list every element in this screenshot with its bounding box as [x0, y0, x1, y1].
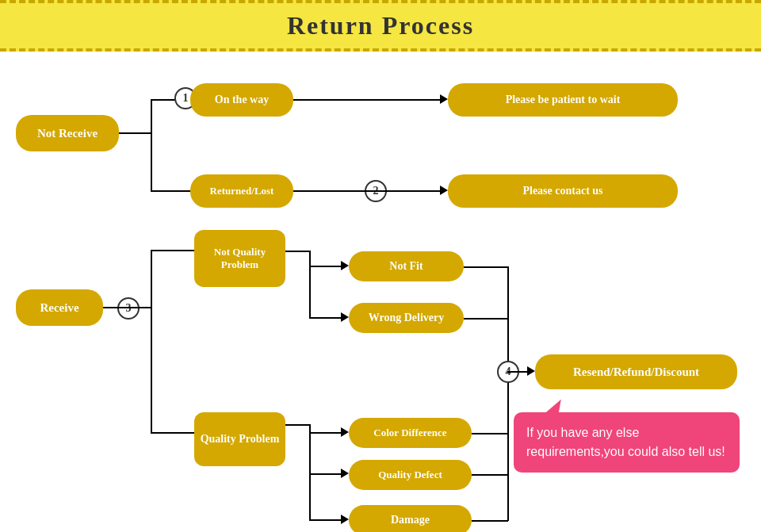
page-header: Return Process [0, 0, 761, 52]
please-wait-box: Please be patient to wait [448, 83, 678, 117]
please-contact-box: Please contact us [448, 174, 678, 208]
returned-lost-box: Returned/Lost [190, 174, 293, 208]
not-fit-box: Not Fit [349, 251, 464, 281]
resend-box: Resend/Refund/Discount [535, 354, 737, 389]
not-quality-problem-box: Not Quality Problem [194, 230, 285, 287]
tooltip-bubble: If you have any else requirements,you co… [514, 412, 740, 473]
quality-problem-box: Quality Problem [194, 412, 285, 466]
quality-defect-box: Quality Defect [349, 460, 472, 490]
damage-box: Damage [349, 505, 472, 532]
wrong-delivery-box: Wrong Delivery [349, 303, 464, 333]
receive-box: Receive [16, 289, 103, 326]
circle-3: 3 [117, 297, 140, 320]
not-receive-box: Not Receive [16, 115, 119, 151]
on-the-way-box: On the way [190, 83, 293, 117]
page-title: Return Process [0, 11, 761, 40]
main-content: Not Receive 1 On the way Returned/Lost 2… [0, 52, 761, 527]
color-difference-box: Color Difference [349, 418, 472, 448]
